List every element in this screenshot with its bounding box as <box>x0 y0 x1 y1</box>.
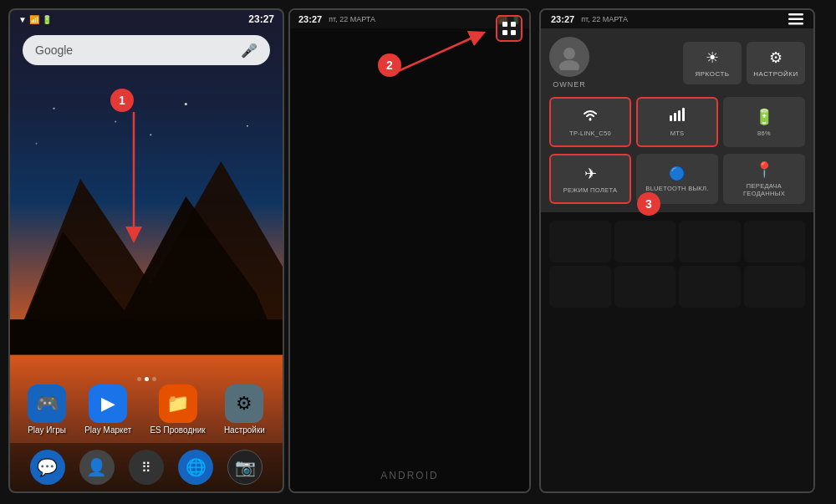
settings-label: НАСТРОЙКИ <box>753 70 798 78</box>
qs-tile-airplane[interactable]: ✈ РЕЖИМ ПОЛЕТА <box>549 154 631 204</box>
time-2: 23:27 <box>298 14 322 24</box>
date-3: пт, 22 МАРТА <box>581 15 628 23</box>
user-avatar <box>549 37 589 77</box>
qs-tile-battery[interactable]: 🔋 86% <box>723 97 805 147</box>
dock-bar: 💬 👤 ⠿ 🌐 📷 <box>10 443 283 491</box>
settings-icon: ⚙ <box>769 48 782 67</box>
app-settings[interactable]: ⚙ Настройки <box>224 384 265 435</box>
brightness-icon: ☀ <box>706 48 719 67</box>
svg-rect-19 <box>788 23 803 25</box>
screen3-quick-settings: 23:27 пт, 22 МАРТА <box>539 8 815 493</box>
qs-tile-settings[interactable]: ⚙ НАСТРОЙКИ <box>747 42 805 84</box>
qs-tile-location[interactable]: 📍 ПЕРЕДАЧА ГЕОДАННЫХ <box>723 154 805 204</box>
grid-icon <box>502 21 517 36</box>
home-apps-row: 🎮 Play Игры ▶ Play Маркет 📁 ES Проводник… <box>10 384 283 435</box>
svg-rect-25 <box>678 110 681 121</box>
status-bar-3: 23:27 пт, 22 МАРТА <box>541 10 813 28</box>
bluetooth-icon: 🔵 <box>669 165 686 181</box>
app-label: ES Проводник <box>150 425 205 435</box>
svg-rect-24 <box>674 113 676 121</box>
main-container: ▼ 📶 🔋 23:27 Google 🎤 <box>0 0 836 504</box>
screen3-body <box>541 212 813 491</box>
search-label: Google <box>35 43 73 57</box>
google-search-bar[interactable]: Google 🎤 <box>23 35 270 65</box>
time-3: 23:27 <box>551 14 574 24</box>
avatar-icon <box>556 43 583 70</box>
airplane-label: РЕЖИМ ПОЛЕТА <box>563 186 618 194</box>
date-2: пт, 22 МАРТА <box>329 15 375 23</box>
app-play-games[interactable]: 🎮 Play Игры <box>28 384 66 435</box>
qs-tile-group-top: ☀ ЯРКОСТЬ ⚙ НАСТРОЙКИ <box>683 42 805 84</box>
qs-tile-wifi[interactable]: TP-LINK_C50 <box>549 97 631 147</box>
svg-point-22 <box>589 119 592 121</box>
location-icon: 📍 <box>755 160 773 179</box>
wifi-label: TP-LINK_C50 <box>569 130 611 137</box>
owner-label: OWNER <box>553 80 586 89</box>
battery-icon: 🔋 <box>755 108 773 126</box>
screen2-body: ANDROID <box>290 28 529 491</box>
svg-rect-14 <box>511 30 516 35</box>
svg-point-20 <box>563 48 575 59</box>
dock-messages[interactable]: 💬 <box>30 450 65 485</box>
screen1-home: ▼ 📶 🔋 23:27 Google 🎤 <box>8 8 284 493</box>
bluetooth-label: BLUETOOTH ВЫКЛ. <box>645 185 708 192</box>
svg-rect-23 <box>670 115 672 121</box>
dock-camera[interactable]: 📷 <box>227 450 263 485</box>
qs-row-2: TP-LINK_C50 MTS 🔋 86% <box>549 97 805 147</box>
svg-point-21 <box>559 60 579 70</box>
screen2-drawer: 23:27 пт, 22 МАРТА 📶 🔋 2 <box>288 8 531 493</box>
dock-contacts[interactable]: 👤 <box>79 450 115 485</box>
qs-row-3: ✈ РЕЖИМ ПОЛЕТА 🔵 BLUETOOTH ВЫКЛ. 📍 ПЕРЕД… <box>549 154 805 204</box>
app-label: Play Маркет <box>84 425 131 435</box>
mts-label: MTS <box>670 130 685 137</box>
app-drawer-button[interactable] <box>496 15 522 42</box>
qs-tile-brightness[interactable]: ☀ ЯРКОСТЬ <box>683 42 742 84</box>
svg-rect-26 <box>682 108 685 121</box>
app-es-explorer[interactable]: 📁 ES Проводник <box>150 384 205 435</box>
signal-svg <box>669 107 686 122</box>
svg-rect-17 <box>788 13 803 16</box>
quick-settings-panel: OWNER ☀ ЯРКОСТЬ ⚙ НАСТРОЙКИ <box>541 28 813 212</box>
wifi-svg <box>581 107 599 122</box>
app-label: Настройки <box>224 425 265 435</box>
battery-label: 86% <box>757 130 771 137</box>
status-bar-1: ▼ 📶 🔋 23:27 <box>10 10 283 28</box>
app-label: Play Игры <box>28 425 66 435</box>
android-label: ANDROID <box>380 470 438 481</box>
qs-user: OWNER <box>549 37 589 89</box>
svg-rect-18 <box>788 18 803 21</box>
signal-icon <box>669 107 686 126</box>
dock-browser[interactable]: 🌐 <box>178 450 213 485</box>
step-badge-2: 2 <box>378 53 401 77</box>
menu-icon[interactable] <box>788 13 803 25</box>
status-bar-2: 23:27 пт, 22 МАРТА 📶 🔋 <box>290 10 529 28</box>
qs-tile-mts[interactable]: MTS <box>636 97 718 147</box>
wifi-icon <box>581 107 599 126</box>
time-1: 23:27 <box>248 13 274 25</box>
arrow-1 <box>10 72 283 374</box>
airplane-icon: ✈ <box>584 165 597 183</box>
dock-apps[interactable]: ⠿ <box>129 450 164 485</box>
step-badge-3: 3 <box>637 192 660 216</box>
location-label: ПЕРЕДАЧА ГЕОДАННЫХ <box>726 182 802 197</box>
step-badge-1: 1 <box>110 89 134 112</box>
page-indicator <box>10 377 283 381</box>
svg-rect-12 <box>511 22 516 27</box>
svg-rect-11 <box>502 22 507 27</box>
mic-icon: 🎤 <box>241 43 257 59</box>
svg-rect-13 <box>502 30 507 35</box>
faint-app-grid <box>541 212 813 316</box>
qs-top-row: OWNER ☀ ЯРКОСТЬ ⚙ НАСТРОЙКИ <box>549 37 805 89</box>
brightness-label: ЯРКОСТЬ <box>695 70 729 78</box>
app-play-market[interactable]: ▶ Play Маркет <box>84 384 131 435</box>
